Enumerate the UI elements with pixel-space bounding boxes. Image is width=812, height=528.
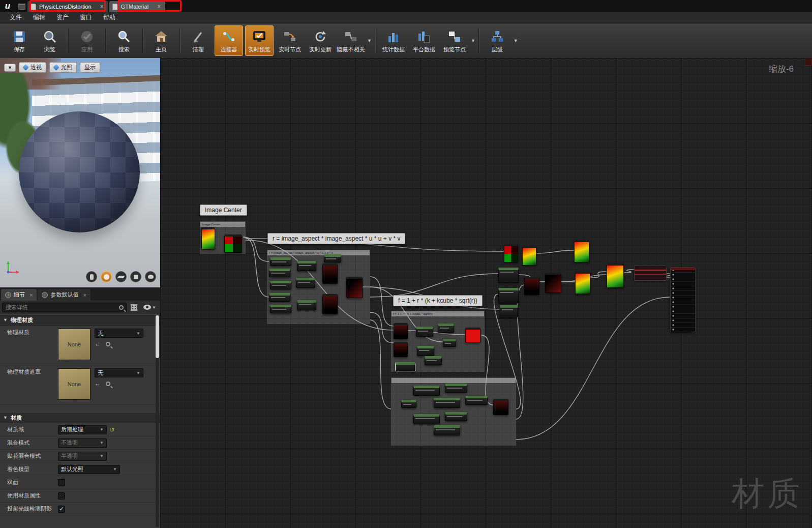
title-bar: u PhysicLensDistortion × GTMaterial × [0, 0, 812, 12]
toolbar: 保存 浏览 应用 搜索 主页 清理 连接器 [0, 23, 812, 58]
tab-close-icon[interactable]: × [29, 292, 33, 298]
cast-ray-traced-shadows-checkbox[interactable] [58, 506, 65, 513]
details-scrollbar[interactable] [156, 315, 159, 527]
section-material[interactable]: ▼ 材质 [0, 412, 160, 423]
stats-button[interactable]: 统计数据 [379, 25, 408, 56]
cube-mesh-button[interactable] [130, 271, 141, 282]
eye-icon [143, 305, 151, 310]
chevron-down-icon[interactable]: ▼ [514, 38, 518, 43]
tab-physiclensdistortion[interactable]: PhysicLensDistortion × [27, 1, 108, 12]
tab-close-icon[interactable]: × [99, 3, 105, 10]
perspective-button[interactable]: 透视 [19, 62, 46, 73]
chevron-down-icon[interactable]: ▼ [367, 38, 372, 43]
lit-button[interactable]: 光照 [49, 62, 77, 73]
dropdown-value: 半透明 [61, 452, 78, 460]
sphere-mesh-button[interactable] [101, 271, 112, 282]
use-material-attributes-checkbox[interactable] [58, 492, 65, 500]
two-sided-checkbox[interactable] [58, 479, 65, 486]
menu-asset[interactable]: 资产 [51, 13, 74, 22]
preview-node-icon [446, 28, 463, 45]
scrollbar-thumb[interactable] [156, 315, 159, 358]
cast-ray-traced-shadows-row: 投射光线检测阴影 [0, 503, 160, 516]
sphere-icon [104, 274, 109, 280]
decal-blend-mode-dropdown[interactable]: 半透明 ▼ [58, 452, 107, 461]
asset-thumbnail[interactable]: None [58, 329, 91, 360]
tab-gtmaterial[interactable]: GTMaterial × [109, 1, 165, 12]
chevron-down-icon: ▼ [152, 305, 156, 310]
display-filter-button[interactable] [129, 303, 139, 312]
blend-mode-dropdown[interactable]: 不透明 ▼ [58, 438, 107, 448]
preview-node-button[interactable]: 预览节点 [440, 25, 469, 56]
physical-material-mask-dropdown[interactable]: 无 ▼ [95, 368, 143, 377]
platform-chart-icon [415, 28, 433, 45]
viewport-menu-button[interactable]: ▼ [4, 64, 16, 72]
hide-unrelated-button[interactable]: 隐藏不相关 [337, 25, 365, 56]
comment-title-label[interactable]: Image Center [200, 204, 247, 216]
apply-button[interactable]: 应用 [73, 25, 101, 56]
save-icon [11, 28, 28, 45]
browse-icon [41, 28, 58, 45]
search-button[interactable]: 搜索 [110, 25, 138, 56]
asset-doc-icon [31, 4, 36, 10]
details-properties: ▼ 物理材质 物理材质 None 无 ▼ ← 物理材质遮罩 No [0, 314, 160, 528]
section-physical-material[interactable]: ▼ 物理材质 [0, 314, 160, 326]
plane-mesh-button[interactable] [115, 271, 127, 282]
connectors-button[interactable]: 连接器 [215, 25, 243, 56]
property-label: 双面 [7, 479, 58, 486]
hierarchy-icon [489, 28, 506, 45]
tab-parameter-defaults-label: 参数默认值 [50, 291, 78, 299]
preview-viewport[interactable]: ▼ 透视 光照 显示 [0, 58, 160, 287]
tab-details[interactable]: i 细节 × [1, 289, 37, 301]
material-domain-dropdown[interactable]: 后期处理 ▼ [58, 425, 107, 434]
live-nodes-button[interactable]: 实时节点 [276, 25, 304, 56]
material-domain-row: 材质域 后期处理 ▼ ↺ [0, 423, 160, 436]
connector-icon [220, 28, 237, 45]
tab-parameter-defaults[interactable]: i 参数默认值 × [38, 289, 90, 301]
platform-stats-button[interactable]: 平台数据 [410, 25, 438, 56]
menu-window[interactable]: 窗口 [74, 13, 98, 22]
use-selected-icon[interactable]: ← [95, 340, 101, 347]
chevron-down-icon: ▼ [136, 331, 140, 336]
live-preview-button[interactable]: 实时预览 [245, 25, 274, 56]
property-label: 物理材质遮罩 [7, 368, 58, 376]
property-label: 着色模型 [7, 465, 58, 473]
shading-model-dropdown[interactable]: 默认光照 ▼ [58, 465, 120, 474]
hierarchy-button[interactable]: 层级 [483, 25, 512, 56]
two-sided-row: 双面 [0, 476, 160, 489]
menu-edit[interactable]: 编辑 [27, 13, 51, 22]
clean-button[interactable]: 清理 [184, 25, 213, 56]
menu-file[interactable]: 文件 [4, 13, 27, 22]
collapse-triangle-icon: ▼ [3, 317, 8, 322]
show-label: 显示 [84, 64, 96, 71]
comment-title-label[interactable]: f = 1 + r * (k + kcube * sqrt(r)) [393, 295, 483, 306]
comment-title-label[interactable]: r = image_aspect * image_aspect * u * u … [267, 233, 405, 244]
toolbar-separator [375, 28, 375, 53]
toolbar-separator [105, 28, 106, 53]
search-input[interactable] [2, 303, 127, 312]
cylinder-mesh-button[interactable] [86, 271, 97, 282]
live-update-button[interactable]: 实时更新 [306, 25, 335, 56]
chevron-down-icon[interactable]: ▼ [471, 38, 475, 43]
physical-material-dropdown[interactable]: 无 ▼ [95, 329, 143, 338]
menu-help[interactable]: 帮助 [98, 13, 121, 22]
browse-asset-icon[interactable] [106, 342, 110, 346]
asset-thumbnail[interactable]: None [58, 368, 91, 400]
home-button[interactable]: 主页 [147, 25, 175, 56]
browse-button[interactable]: 浏览 [36, 25, 64, 56]
tab-close-icon[interactable]: × [156, 3, 162, 10]
custom-mesh-button[interactable] [145, 271, 156, 282]
tab-close-icon[interactable]: × [83, 292, 86, 298]
use-selected-icon[interactable]: ← [95, 380, 101, 387]
view-options-button[interactable]: ▼ [141, 304, 158, 311]
material-graph-editor[interactable]: Image Centerr = image_aspect * image_asp… [160, 58, 812, 528]
toolbar-separator [179, 28, 180, 53]
camera-icon [22, 64, 29, 71]
browse-asset-icon[interactable] [106, 382, 110, 386]
show-button[interactable]: 显示 [80, 62, 100, 73]
blend-mode-row: 混合模式 不透明 ▼ [0, 436, 160, 450]
toolbar-separator [142, 28, 143, 53]
save-button[interactable]: 保存 [5, 25, 34, 56]
reset-to-default-icon[interactable]: ↺ [109, 426, 114, 433]
refresh-clock-icon [312, 28, 329, 45]
unreal-logo-icon: u [0, 0, 15, 12]
